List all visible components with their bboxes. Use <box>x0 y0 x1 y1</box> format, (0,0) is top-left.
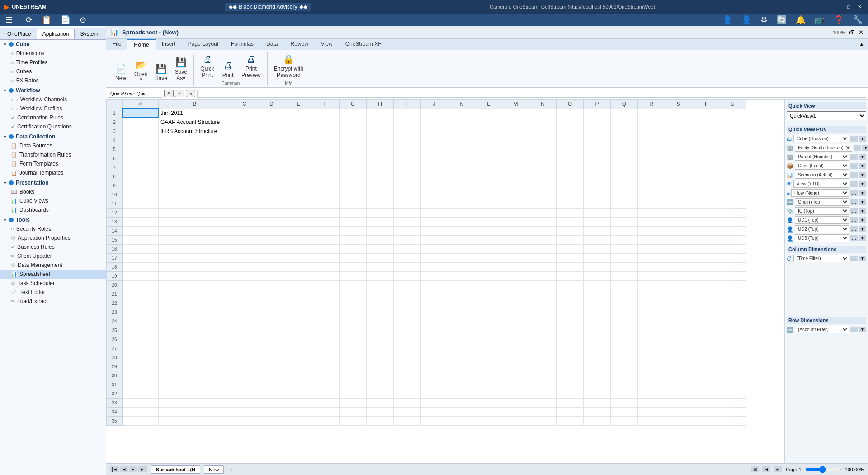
cell-32-B[interactable] <box>159 389 231 398</box>
admin-button[interactable]: 🔧 <box>850 14 865 26</box>
cell-33-J[interactable] <box>421 398 448 407</box>
cell-13-C[interactable] <box>231 217 258 226</box>
cell-34-U[interactable] <box>719 407 746 416</box>
cell-25-O[interactable] <box>557 326 584 335</box>
time-filter-dd[interactable]: ▼ <box>859 256 866 261</box>
cell-21-T[interactable] <box>692 290 719 299</box>
cell-9-S[interactable] <box>665 181 692 190</box>
ribbon-tab-home[interactable]: Home <box>127 39 155 50</box>
cell-14-B[interactable] <box>159 226 231 235</box>
cell-19-U[interactable] <box>719 271 746 280</box>
cell-31-T[interactable] <box>692 380 719 389</box>
cell-9-F[interactable] <box>312 181 340 190</box>
cell-23-Q[interactable] <box>611 308 638 317</box>
cell-4-K[interactable] <box>448 136 475 145</box>
cell-15-T[interactable] <box>692 235 719 244</box>
cell-28-I[interactable] <box>394 353 421 362</box>
cell-17-P[interactable] <box>584 253 611 262</box>
cell-5-S[interactable] <box>665 145 692 154</box>
cell-18-M[interactable] <box>502 262 529 271</box>
cell-3-N[interactable] <box>529 127 557 136</box>
cell-2-E[interactable] <box>285 118 312 127</box>
flow-pov-select[interactable]: Flow (None) <box>791 189 849 197</box>
cell-22-F[interactable] <box>312 299 340 308</box>
cell-19-L[interactable] <box>475 271 502 280</box>
cell-15-A[interactable] <box>123 235 159 244</box>
cell-19-P[interactable] <box>584 271 611 280</box>
cell-13-E[interactable] <box>285 217 312 226</box>
cell-8-H[interactable] <box>367 172 394 181</box>
cell-35-B[interactable] <box>159 416 231 425</box>
cell-19-T[interactable] <box>692 271 719 280</box>
col-header-J[interactable]: J <box>421 100 448 109</box>
cell-4-N[interactable] <box>529 136 557 145</box>
cell-15-B[interactable] <box>159 235 231 244</box>
cell-23-U[interactable] <box>719 308 746 317</box>
cell-8-D[interactable] <box>258 172 285 181</box>
cell-26-L[interactable] <box>475 335 502 344</box>
cell-1-Q[interactable] <box>611 109 638 118</box>
cell-30-T[interactable] <box>692 371 719 380</box>
cell-18-I[interactable] <box>394 262 421 271</box>
cell-34-Q[interactable] <box>611 407 638 416</box>
cell-27-M[interactable] <box>502 344 529 353</box>
cell-24-L[interactable] <box>475 317 502 326</box>
flow-pov-dd[interactable]: ▼ <box>859 190 866 196</box>
scenario-pov-select[interactable]: Scenario (Actual) <box>795 171 849 179</box>
cell-3-T[interactable] <box>692 127 719 136</box>
cell-25-D[interactable] <box>258 326 285 335</box>
cell-3-Q[interactable] <box>611 127 638 136</box>
cell-12-G[interactable] <box>340 208 367 217</box>
cell-6-K[interactable] <box>448 154 475 163</box>
cell-34-L[interactable] <box>475 407 502 416</box>
connections-button[interactable]: ⚙ <box>758 14 770 26</box>
cell-11-B[interactable] <box>159 199 231 208</box>
cell-35-N[interactable] <box>529 416 557 425</box>
cell-29-E[interactable] <box>285 362 312 371</box>
cell-14-G[interactable] <box>340 226 367 235</box>
cell-18-N[interactable] <box>529 262 557 271</box>
col-header-M[interactable]: M <box>502 100 529 109</box>
sidebar-item-client-updater[interactable]: ✏ Client Updater <box>0 252 106 261</box>
cell-13-K[interactable] <box>448 217 475 226</box>
file-button[interactable]: 📄 <box>58 14 73 26</box>
cell-27-K[interactable] <box>448 344 475 353</box>
cell-24-S[interactable] <box>665 317 692 326</box>
sidebar-item-transformation-rules[interactable]: 📋 Transformation Rules <box>0 150 106 159</box>
cell-6-D[interactable] <box>258 154 285 163</box>
cell-4-T[interactable] <box>692 136 719 145</box>
cell-7-N[interactable] <box>529 163 557 172</box>
cell-30-R[interactable] <box>638 371 665 380</box>
cell-8-Q[interactable] <box>611 172 638 181</box>
cell-16-Q[interactable] <box>611 244 638 253</box>
cell-17-Q[interactable] <box>611 253 638 262</box>
cell-29-U[interactable] <box>719 362 746 371</box>
cell-1-A[interactable] <box>123 109 159 118</box>
cell-19-J[interactable] <box>421 271 448 280</box>
cell-34-T[interactable] <box>692 407 719 416</box>
cell-6-B[interactable] <box>159 154 231 163</box>
cell-21-N[interactable] <box>529 290 557 299</box>
cell-20-E[interactable] <box>285 280 312 290</box>
cell-25-R[interactable] <box>638 326 665 335</box>
cell-23-G[interactable] <box>340 308 367 317</box>
origin-pov-select[interactable]: Origin (Top) <box>795 198 849 206</box>
cell-35-K[interactable] <box>448 416 475 425</box>
cell-28-F[interactable] <box>312 353 340 362</box>
cell-5-F[interactable] <box>312 145 340 154</box>
cell-10-M[interactable] <box>502 190 529 199</box>
cell-11-U[interactable] <box>719 199 746 208</box>
cell-22-E[interactable] <box>285 299 312 308</box>
sidebar-item-time-profiles[interactable]: ○ Time Profiles <box>0 58 106 67</box>
cell-21-D[interactable] <box>258 290 285 299</box>
cell-19-E[interactable] <box>285 271 312 280</box>
cell-4-D[interactable] <box>258 136 285 145</box>
cell-10-P[interactable] <box>584 190 611 199</box>
cell-17-A[interactable] <box>123 253 159 262</box>
cell-14-A[interactable] <box>123 226 159 235</box>
save-button[interactable]: 💾 Save <box>152 62 170 83</box>
cell-7-P[interactable] <box>584 163 611 172</box>
cell-30-G[interactable] <box>340 371 367 380</box>
sidebar-item-task-scheduler[interactable]: ⚙ Task Scheduler <box>0 279 106 288</box>
cell-8-G[interactable] <box>340 172 367 181</box>
